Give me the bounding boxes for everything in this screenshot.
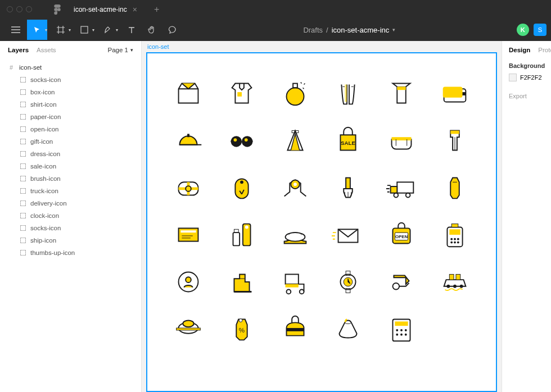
canvas-icon[interactable] (164, 123, 213, 158)
canvas-icon[interactable] (164, 217, 213, 252)
canvas-icon[interactable] (324, 265, 373, 299)
canvas-icon[interactable] (377, 312, 426, 347)
canvas-icon[interactable] (218, 265, 267, 299)
svg-point-60 (392, 283, 399, 290)
close-dot[interactable] (7, 6, 13, 12)
canvas-icon[interactable] (270, 312, 319, 347)
canvas-icon[interactable] (270, 123, 319, 158)
canvas-icon[interactable]: % (218, 312, 267, 347)
canvas-icon[interactable] (270, 170, 319, 205)
chevron-down-icon[interactable]: ▾ (45, 28, 47, 33)
layer-item[interactable]: truck-icon (0, 185, 141, 197)
layer-item[interactable]: open-icon (0, 123, 141, 135)
text-tool[interactable] (121, 20, 142, 40)
svg-text:SALE: SALE (341, 140, 355, 146)
canvas-icon[interactable] (218, 76, 267, 111)
canvas-icon[interactable] (324, 217, 373, 252)
layer-item[interactable]: clock-icon (0, 209, 141, 222)
layer-item[interactable]: thumbs-up-icon (0, 247, 141, 259)
layer-item[interactable]: sale-icon (0, 160, 141, 172)
layer-item[interactable]: brush-icon (0, 172, 141, 185)
layer-item[interactable]: socks-icon (0, 74, 141, 86)
layer-item[interactable]: shirt-icon (0, 98, 141, 111)
new-tab-button[interactable]: + (154, 4, 159, 15)
component-icon (20, 200, 26, 206)
svg-rect-30 (179, 228, 198, 241)
layer-item[interactable]: ship-icon (0, 234, 141, 247)
comment-tool[interactable] (162, 20, 182, 40)
share-button[interactable]: S (534, 24, 547, 36)
minimize-dot[interactable] (16, 6, 22, 12)
avatar[interactable]: K (517, 24, 529, 36)
canvas-icon[interactable] (377, 76, 426, 111)
canvas-icon[interactable] (270, 217, 319, 252)
background-row[interactable]: F2F2F2 (509, 74, 544, 81)
breadcrumb[interactable]: Drafts / icon-set-acme-inc ▾ (303, 26, 395, 34)
pen-tool[interactable] (98, 20, 118, 40)
canvas-icon[interactable] (324, 312, 373, 347)
frame-label[interactable]: icon-set (147, 43, 169, 50)
artboard[interactable]: SALEOPEN% (146, 52, 497, 392)
canvas-icon[interactable] (430, 217, 479, 252)
canvas-icon[interactable] (164, 312, 213, 347)
layer-item[interactable]: box-icon (0, 86, 141, 98)
file-tab[interactable]: icon-set-acme-inc × (66, 0, 145, 19)
canvas-icon[interactable] (430, 265, 479, 299)
close-tab-icon[interactable]: × (133, 5, 137, 14)
canvas-icon[interactable] (218, 123, 267, 158)
layer-item[interactable]: gift-icon (0, 135, 141, 148)
main-menu-button[interactable] (4, 20, 27, 40)
layer-item[interactable]: socks-icon (0, 222, 141, 234)
svg-point-64 (453, 285, 457, 288)
page-selector[interactable]: Page 1 ▾ (108, 47, 133, 53)
tab-assets[interactable]: Assets (37, 47, 56, 53)
svg-rect-26 (397, 182, 413, 193)
canvas-icon[interactable] (377, 265, 426, 299)
svg-rect-53 (285, 284, 298, 288)
tab-layers[interactable]: Layers (8, 47, 29, 53)
chevron-down-icon[interactable]: ▾ (92, 28, 94, 33)
canvas-icon[interactable] (218, 170, 267, 205)
shape-tool[interactable] (74, 20, 94, 40)
maximize-dot[interactable] (26, 6, 32, 12)
layer-item[interactable]: paper-icon (0, 111, 141, 123)
canvas-icon[interactable] (164, 76, 213, 111)
layer-item[interactable]: dress-icon (0, 148, 141, 160)
layer-item[interactable]: delivery-icon (0, 197, 141, 209)
canvas-icon[interactable] (377, 123, 426, 158)
svg-point-43 (450, 238, 453, 240)
export-section[interactable]: Export (509, 93, 544, 99)
chevron-down-icon[interactable]: ▾ (392, 27, 395, 33)
canvas-icon[interactable] (430, 123, 479, 158)
svg-point-45 (457, 238, 459, 240)
canvas-icon[interactable] (270, 265, 319, 299)
canvas-icon[interactable] (218, 217, 267, 252)
canvas-icon[interactable]: OPEN (377, 217, 426, 252)
tab-prototype[interactable]: Proto (538, 47, 551, 53)
canvas-icon[interactable]: SALE (324, 123, 373, 158)
svg-point-75 (400, 329, 403, 331)
hand-tool[interactable] (142, 20, 162, 40)
canvas[interactable]: icon-set SALEOPEN% (142, 41, 502, 392)
svg-point-63 (446, 285, 450, 288)
canvas-icon[interactable] (430, 76, 479, 111)
component-icon (20, 126, 26, 132)
svg-rect-62 (456, 274, 460, 280)
background-swatch[interactable] (509, 74, 517, 81)
canvas-icon[interactable] (324, 76, 373, 111)
canvas-icon[interactable] (324, 170, 373, 205)
canvas-icon[interactable] (164, 170, 213, 205)
component-icon (20, 250, 26, 256)
svg-rect-42 (449, 229, 460, 235)
chevron-down-icon[interactable]: ▾ (69, 28, 71, 33)
canvas-icon[interactable] (164, 265, 213, 299)
tab-design[interactable]: Design (509, 47, 530, 53)
chevron-down-icon[interactable]: ▾ (116, 28, 118, 33)
canvas-icon[interactable] (430, 170, 479, 205)
canvas-icon[interactable] (377, 170, 426, 205)
move-tool[interactable] (27, 20, 47, 40)
canvas-icon[interactable] (270, 76, 319, 111)
layer-frame[interactable]: # icon-set (0, 61, 141, 74)
component-icon (20, 238, 26, 243)
frame-tool[interactable] (51, 20, 71, 40)
